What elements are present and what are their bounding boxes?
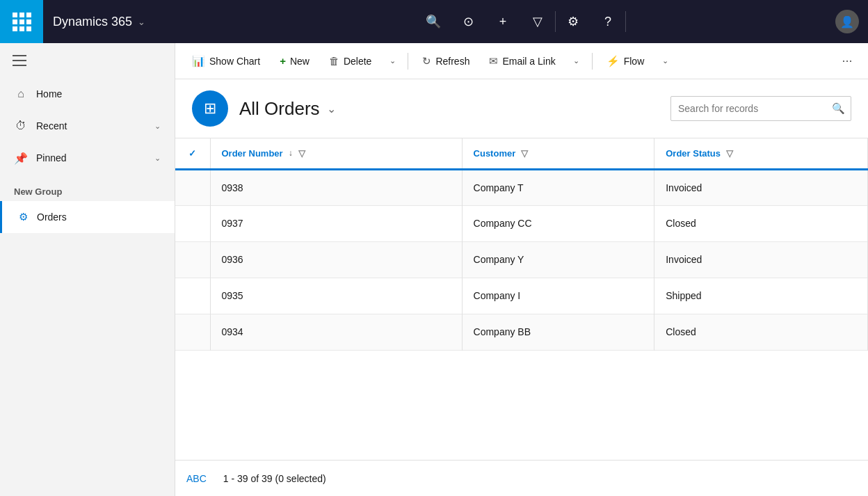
customer-cell[interactable]: Company T	[462, 169, 654, 205]
refresh-icon: ↻	[422, 55, 431, 67]
more-commands-button[interactable]: ···	[835, 49, 860, 74]
flow-dropdown-button[interactable]: ⌄	[655, 49, 675, 74]
customer-filter-icon[interactable]: ▽	[521, 148, 528, 159]
order-status-header-label: Order Status	[666, 148, 721, 159]
content-area: 📊 Show Chart + New 🗑 Delete ⌄ ↻ Refresh …	[175, 43, 868, 496]
advanced-find-button[interactable]: ▽	[520, 0, 555, 43]
user-avatar[interactable]: 👤	[835, 10, 859, 33]
home-icon: ⌂	[14, 88, 28, 100]
search-submit-button[interactable]: 🔍	[826, 97, 851, 120]
order-status-cell: Closed	[654, 205, 868, 241]
hamburger-icon	[13, 60, 26, 61]
flow-label: Flow	[624, 56, 645, 67]
pinned-icon: 📌	[14, 152, 28, 165]
new-button[interactable]: + New	[271, 49, 318, 74]
recent-icon: ⏱	[14, 120, 28, 132]
delete-dropdown-button[interactable]: ⌄	[383, 49, 402, 74]
customer-header: Customer ▽	[462, 138, 654, 169]
brand-name[interactable]: Dynamics 365 ⌄	[53, 15, 145, 29]
row-select-cell[interactable]	[175, 314, 210, 350]
email-icon: ✉	[489, 55, 498, 67]
dashboards-button[interactable]: ⊙	[451, 0, 485, 43]
order-number-cell[interactable]: 0936	[210, 241, 462, 278]
page-icon: ⊞	[192, 90, 228, 127]
toolbar-separator-1	[408, 53, 408, 70]
sidebar-item-orders[interactable]: ⚙ Orders	[0, 201, 175, 233]
sidebar-top	[0, 43, 175, 78]
brand-area: Dynamics 365 ⌄	[0, 0, 216, 43]
delete-label: Delete	[344, 56, 371, 67]
table-row: 0938 Company T Invoiced	[175, 169, 868, 205]
order-status-header: Order Status ▽	[654, 138, 868, 169]
orders-page-icon: ⊞	[204, 99, 216, 118]
order-number-header-label: Order Number	[222, 148, 283, 159]
sidebar-home-label: Home	[36, 88, 161, 99]
order-status-cell: Shipped	[654, 278, 868, 314]
main-layout: ⌂ Home ⏱ Recent ⌄ 📌 Pinned ⌄ New Group ⚙…	[0, 43, 868, 496]
sidebar: ⌂ Home ⏱ Recent ⌄ 📌 Pinned ⌄ New Group ⚙…	[0, 43, 175, 496]
table-container[interactable]: ✓ Order Number ↓ ▽ Customer	[175, 138, 868, 460]
toolbar: 📊 Show Chart + New 🗑 Delete ⌄ ↻ Refresh …	[175, 43, 868, 79]
hamburger-icon	[13, 65, 26, 66]
sidebar-section-label: New Group	[0, 174, 175, 201]
order-status-filter-icon[interactable]: ▽	[726, 148, 733, 159]
select-all-header[interactable]: ✓	[175, 138, 210, 169]
customer-cell[interactable]: Company CC	[462, 205, 654, 241]
customer-cell[interactable]: Company I	[462, 278, 654, 314]
new-label: New	[290, 56, 310, 67]
order-status-cell: Invoiced	[654, 241, 868, 278]
email-dropdown-button[interactable]: ⌄	[567, 49, 586, 74]
row-select-cell[interactable]	[175, 169, 210, 205]
order-number-filter-icon[interactable]: ▽	[298, 148, 305, 159]
table-row: 0935 Company I Shipped	[175, 278, 868, 314]
refresh-button[interactable]: ↻ Refresh	[414, 49, 478, 74]
user-area: 👤	[826, 10, 868, 33]
top-nav-center: 🔍 ⊙ + ▽ ⚙ ?	[216, 0, 826, 43]
customer-cell[interactable]: Company Y	[462, 241, 654, 278]
order-number-cell[interactable]: 0934	[210, 314, 462, 350]
order-status-cell: Closed	[654, 314, 868, 350]
brand-chevron-icon: ⌄	[138, 17, 145, 27]
toolbar-separator-2	[592, 53, 593, 70]
top-navigation: Dynamics 365 ⌄ 🔍 ⊙ + ▽ ⚙ ? 👤	[0, 0, 868, 43]
row-select-cell[interactable]	[175, 205, 210, 241]
waffle-button[interactable]	[0, 0, 43, 43]
sidebar-item-recent[interactable]: ⏱ Recent ⌄	[0, 110, 175, 142]
customer-cell[interactable]: Company BB	[462, 314, 654, 350]
search-input[interactable]	[671, 103, 826, 114]
order-number-cell[interactable]: 0937	[210, 205, 462, 241]
plus-icon: +	[280, 55, 286, 67]
show-chart-button[interactable]: 📊 Show Chart	[184, 49, 268, 74]
page-header: ⊞ All Orders ⌄ 🔍	[175, 79, 868, 138]
hamburger-icon	[13, 55, 26, 56]
checkmark-icon: ✓	[188, 148, 196, 159]
flow-icon: ⚡	[606, 55, 620, 67]
nav-divider-2	[625, 11, 626, 32]
order-status-cell: Invoiced	[654, 169, 868, 205]
help-button[interactable]: ?	[590, 0, 625, 43]
abc-filter[interactable]: ABC	[186, 473, 207, 484]
row-select-cell[interactable]	[175, 241, 210, 278]
orders-table: ✓ Order Number ↓ ▽ Customer	[175, 138, 868, 351]
sidebar-recent-label: Recent	[36, 120, 146, 131]
delete-button[interactable]: 🗑 Delete	[321, 49, 380, 74]
order-number-sort-icon[interactable]: ↓	[289, 148, 293, 158]
page-title-area: All Orders ⌄	[239, 98, 336, 120]
new-record-button[interactable]: +	[485, 0, 520, 43]
table-row: 0937 Company CC Closed	[175, 205, 868, 241]
sidebar-item-pinned[interactable]: 📌 Pinned ⌄	[0, 142, 175, 174]
view-selector-chevron-icon[interactable]: ⌄	[327, 102, 336, 115]
email-link-button[interactable]: ✉ Email a Link	[481, 49, 563, 74]
chart-icon: 📊	[192, 55, 205, 67]
page-title: All Orders	[239, 98, 320, 120]
row-select-cell[interactable]	[175, 278, 210, 314]
hamburger-button[interactable]	[8, 49, 31, 72]
search-nav-button[interactable]: 🔍	[416, 0, 451, 43]
settings-button[interactable]: ⚙	[556, 0, 590, 43]
flow-button[interactable]: ⚡ Flow	[598, 49, 653, 74]
order-number-cell[interactable]: 0938	[210, 169, 462, 205]
sidebar-item-home[interactable]: ⌂ Home	[0, 78, 175, 110]
customer-header-label: Customer	[474, 148, 516, 159]
order-number-cell[interactable]: 0935	[210, 278, 462, 314]
waffle-icon	[13, 13, 31, 31]
